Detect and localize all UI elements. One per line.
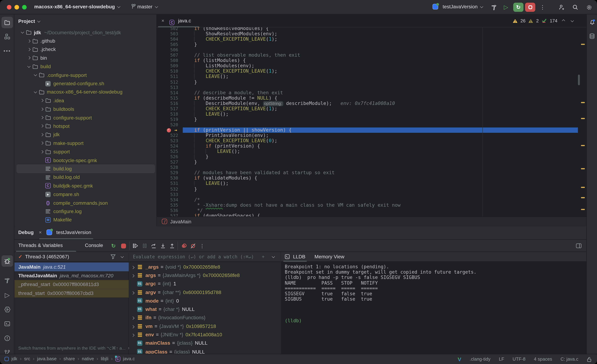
run-button[interactable]: ▷	[501, 3, 511, 12]
inspections-widget[interactable]: 26 2 174	[512, 18, 573, 24]
line-number[interactable]: ✓→	[157, 127, 183, 133]
stop-debug-button[interactable]	[119, 241, 128, 250]
project-tool-button[interactable]	[2, 17, 13, 28]
tree-item-generated-configure.sh[interactable]: ▸generated-configure.sh	[14, 79, 157, 88]
line-number[interactable]: 531	[157, 181, 183, 186]
variable-mainClass[interactable]: 01mainClass={jclass}NULL	[129, 339, 281, 348]
close-tab-icon[interactable]: ×	[162, 18, 164, 24]
frame-ThreadJavaMain[interactable]: ThreadJavaMainjava_md_macosx.m:720	[14, 271, 129, 280]
tree-expand-icon[interactable]	[40, 133, 44, 136]
evaluate-expand-icon[interactable]	[272, 255, 275, 258]
breakpoint-icon[interactable]: ✓	[167, 128, 171, 132]
stripe-warning-mark[interactable]	[581, 187, 585, 188]
tab-lldb[interactable]: LLDB	[285, 254, 306, 259]
tree-expand-icon[interactable]	[27, 48, 31, 51]
breadcrumb-item-native[interactable]: native	[82, 356, 94, 362]
rerun-debug-button[interactable]: ↻	[513, 3, 523, 12]
terminal-tool-button[interactable]	[2, 318, 13, 329]
code-line-521[interactable]: ✓→ if (printVersion || showVersion) {	[157, 127, 578, 133]
line-number[interactable]: 524	[157, 143, 183, 149]
status-analyzer[interactable]: .clang-tidy	[470, 356, 490, 362]
line-number[interactable]: 502	[157, 27, 183, 31]
stripe-warning-mark[interactable]	[581, 44, 585, 45]
line-number[interactable]: 516	[157, 101, 183, 106]
tree-expand-icon[interactable]	[34, 90, 37, 93]
line-number[interactable]: 527	[157, 159, 183, 165]
status-context[interactable]: C: java.c	[561, 356, 578, 362]
thread-dropdown-icon[interactable]	[121, 255, 124, 258]
evaluate-expression-bar[interactable]: Evaluate expression (↵) or add a watch (…	[129, 252, 281, 262]
line-number[interactable]: 510	[157, 69, 183, 74]
tab-threads-variables[interactable]: Threads & Variables	[18, 242, 63, 248]
variable-vm[interactable]: vm={JavaVM *}0x109857218	[129, 322, 281, 330]
tree-item-Makefile[interactable]: MMakefile	[14, 216, 157, 224]
stripe-warning-mark[interactable]	[581, 118, 585, 119]
line-number[interactable]: 505	[157, 42, 183, 47]
line-number[interactable]: 509	[157, 63, 183, 69]
breadcrumb-item-share[interactable]: share	[63, 356, 75, 362]
line-number[interactable]: 504	[157, 37, 183, 42]
build-tool-button[interactable]	[2, 275, 13, 286]
line-number[interactable]: 526	[157, 154, 183, 159]
breadcrumb-item-jdk[interactable]: jdk	[11, 356, 17, 362]
line-number[interactable]: 513	[157, 85, 183, 90]
close-session-icon[interactable]: ×	[39, 229, 42, 235]
code-line-510[interactable]: 510 CHECK_EXCEPTION_LEAVE(1);	[157, 69, 578, 74]
project-panel-title[interactable]: Project	[18, 18, 40, 24]
add-watch-icon[interactable]: +	[262, 254, 265, 259]
tree-item-configure-support[interactable]: configure-support	[14, 113, 157, 122]
code-line-517[interactable]: 517 CHECK_EXCEPTION_LEAVE(1);	[157, 106, 578, 111]
tree-expand-icon[interactable]	[40, 141, 44, 145]
run-configuration-selector[interactable]: testJavaVersion	[432, 4, 483, 9]
variable-mode[interactable]: 01mode={int}0	[129, 296, 281, 305]
variable-expand-icon[interactable]	[129, 332, 137, 338]
database-tool-button[interactable]	[586, 30, 597, 42]
tree-item-compare.sh[interactable]: ▸compare.sh	[14, 190, 157, 199]
line-number[interactable]: 530	[157, 176, 183, 181]
line-number[interactable]: 518	[157, 111, 183, 117]
code-line-514[interactable]: 514 // describe a module, then exit	[157, 90, 578, 95]
code-line-509[interactable]: 509 ListModules(env);	[157, 63, 578, 69]
breadcrumb-item-java.base[interactable]: java.base	[37, 356, 57, 362]
window-minimize-button[interactable]	[14, 5, 19, 10]
code-line-511[interactable]: 511 LEAVE();	[157, 74, 578, 79]
debug-more-button[interactable]: ⋮	[197, 241, 207, 250]
tree-item-.configure-support[interactable]: .configure-support	[14, 71, 157, 79]
code-line-533[interactable]: 533	[157, 192, 578, 197]
tree-item-build[interactable]: build	[14, 62, 157, 71]
tree-expand-icon[interactable]	[27, 56, 31, 60]
tree-expand-icon[interactable]	[40, 99, 44, 102]
line-number[interactable]: 525	[157, 149, 183, 154]
run-tool-button[interactable]: ▷	[2, 289, 13, 301]
code-line-520[interactable]: 520	[157, 122, 578, 127]
profiler-tool-button[interactable]	[2, 304, 13, 315]
tree-item-bootcycle-spec.gmk[interactable]: Cbootcycle-spec.gmk	[14, 156, 157, 164]
stripe-warning-mark[interactable]	[581, 209, 585, 210]
frame-_pthread_start[interactable]: _pthread_start0x00007ff8006811d3	[14, 280, 129, 289]
code-line-525[interactable]: 525 LEAVE();	[157, 149, 578, 154]
tab-memory-view[interactable]: Memory View	[314, 254, 344, 259]
code-line-507[interactable]: 507 // list observable modules, then exi…	[157, 53, 578, 58]
lock-icon[interactable]	[587, 356, 592, 362]
debug-session-tab[interactable]: × testJavaVersion	[39, 229, 91, 235]
variable-what[interactable]: 01what={char *}NULL	[129, 305, 281, 313]
tab-java-c[interactable]: × C java.c	[162, 18, 191, 25]
tree-expand-icon[interactable]	[40, 108, 44, 111]
tree-item-.jcheck[interactable]: .jcheck	[14, 45, 157, 54]
tree-item-compile_commands.json[interactable]: {}compile_commands.json	[14, 199, 157, 207]
code-line-537[interactable]: 537 if (dumpSharedSpaces) {	[157, 213, 578, 217]
tree-item-.idea[interactable]: .idea	[14, 96, 157, 105]
structure-tool-button[interactable]	[2, 31, 13, 42]
rerun-button[interactable]: ↻	[109, 241, 118, 250]
tree-item-hotspot[interactable]: hotspot	[14, 122, 157, 130]
line-number[interactable]: 533	[157, 192, 183, 197]
line-number[interactable]: 537	[157, 213, 183, 217]
code-line-522[interactable]: 522 PrintJavaVersion(env);	[157, 133, 578, 138]
line-number[interactable]: 503	[157, 31, 183, 37]
code-line-519[interactable]: 519 }	[157, 117, 578, 122]
layout-settings-button[interactable]	[574, 241, 583, 250]
code-with-me-button[interactable]	[556, 3, 566, 12]
code-line-527[interactable]: 527 }	[157, 159, 578, 165]
thread-selector[interactable]: ✓ Thread-3 (4652067)	[14, 252, 129, 262]
tree-item-make-support[interactable]: make-support	[14, 139, 157, 147]
